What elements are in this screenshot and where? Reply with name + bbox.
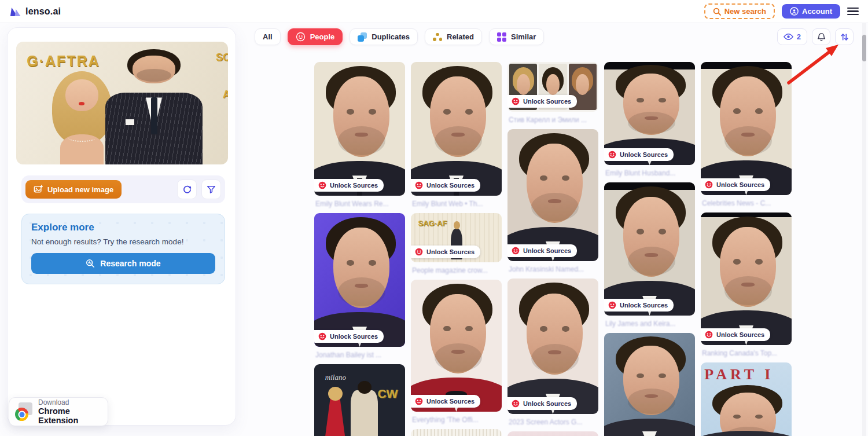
unlock-face-icon <box>318 181 326 189</box>
unlock-sources-badge[interactable]: Unlock Sources <box>411 246 480 258</box>
unlock-face-icon <box>415 248 423 256</box>
people-icon <box>296 32 306 42</box>
photo-side-text: SC <box>216 52 228 64</box>
tab-people[interactable]: People <box>288 28 343 45</box>
scrollbar-thumb[interactable] <box>862 35 866 61</box>
unlock-sources-badge[interactable]: Unlock Sources <box>604 148 674 161</box>
unlock-sources-label: Unlock Sources <box>716 331 764 338</box>
unlock-sources-badge[interactable]: Unlock Sources <box>701 178 770 191</box>
element <box>637 98 644 102</box>
top-bar: lenso.ai New search Account <box>0 0 868 23</box>
element <box>338 126 385 155</box>
result-image[interactable]: Unlock Sources <box>701 62 792 195</box>
tab-duplicates[interactable]: Duplicates <box>350 28 418 45</box>
element <box>623 74 679 135</box>
element <box>527 144 583 223</box>
result-image[interactable]: SAG·AFUnlock Sources <box>411 213 502 262</box>
element <box>576 74 589 96</box>
unlock-sources-label: Unlock Sources <box>426 398 475 405</box>
result-caption: Emily Blunt Husband... <box>605 169 695 177</box>
element <box>755 415 763 419</box>
result-column: Unlock SourcesСтив Карелл и Эмили ...Unl… <box>507 62 598 436</box>
results-grid: Unlock SourcesEmily Blunt Wears Re...Unl… <box>314 62 792 436</box>
unlock-sources-badge[interactable]: Unlock Sources <box>314 330 384 343</box>
unlock-sources-badge[interactable]: Unlock Sources <box>507 95 577 108</box>
unlock-face-icon <box>705 181 713 189</box>
element <box>323 397 347 436</box>
result-image[interactable] <box>604 333 695 436</box>
unlock-face-icon <box>608 151 616 159</box>
result-image[interactable]: CWmilano <box>314 364 405 436</box>
unlock-sources-label: Unlock Sources <box>523 98 571 105</box>
unlock-sources-badge[interactable]: Unlock Sources <box>411 179 480 192</box>
result-image[interactable]: Unlock Sources <box>507 129 598 261</box>
element <box>562 175 569 181</box>
views-count: 2 <box>797 32 801 41</box>
tab-people-label: People <box>310 32 335 41</box>
refresh-button[interactable] <box>177 179 197 199</box>
result-caption: Jonathan Bailey ist ... <box>315 351 405 359</box>
unlock-sources-badge[interactable]: Unlock Sources <box>507 397 577 410</box>
result-image[interactable]: Unlock Sources <box>507 279 598 414</box>
unlock-sources-badge[interactable]: Unlock Sources <box>411 395 480 408</box>
image-text: PART I <box>704 366 774 383</box>
result-caption: Ranking Canada's Top... <box>702 349 792 357</box>
chrome-extension-card[interactable]: Download Chrome Extension <box>9 397 108 426</box>
brand-logo[interactable]: lenso.ai <box>9 6 61 17</box>
result-image[interactable]: PART I <box>701 362 792 436</box>
views-counter[interactable]: 2 <box>777 28 807 45</box>
element <box>637 373 644 378</box>
refresh-icon <box>182 185 192 195</box>
result-image[interactable]: Unlock Sources <box>507 62 598 112</box>
upload-new-image-button[interactable]: Upload new image <box>25 180 122 199</box>
tab-related[interactable]: Related <box>425 28 482 45</box>
account-button[interactable]: Account <box>782 4 840 19</box>
result-image[interactable]: Unlock Sources <box>411 62 502 196</box>
unlock-sources-badge[interactable]: Unlock Sources <box>314 179 384 192</box>
related-icon <box>433 33 442 41</box>
element <box>540 175 547 181</box>
new-search-button[interactable]: New search <box>704 3 775 19</box>
result-column: Unlock SourcesEmily Blunt Wears Re...Unl… <box>314 62 405 436</box>
unlock-sources-label: Unlock Sources <box>620 151 668 158</box>
image-text: SAG·AF <box>418 219 447 228</box>
unlock-face-icon <box>512 97 520 105</box>
brand-name: lenso.ai <box>25 6 61 17</box>
element <box>338 277 385 306</box>
unlock-sources-badge[interactable]: Unlock Sources <box>507 244 577 257</box>
element <box>435 343 482 372</box>
tab-similar[interactable]: Similar <box>489 28 544 45</box>
account-label: Account <box>802 7 832 16</box>
result-image[interactable] <box>507 431 598 436</box>
unlock-sources-label: Unlock Sources <box>523 247 571 254</box>
result-image[interactable]: Unlock Sources <box>314 62 405 196</box>
uploaded-image-preview: G·AFTRA SC A <box>16 42 228 164</box>
tab-similar-label: Similar <box>511 32 536 41</box>
sort-button[interactable] <box>835 28 854 45</box>
research-mode-button[interactable]: Research mode <box>31 253 215 274</box>
unlock-face-icon <box>705 331 713 339</box>
element <box>546 74 560 96</box>
scrollbar[interactable] <box>862 23 866 436</box>
element <box>733 415 741 419</box>
element <box>628 247 675 276</box>
alerts-button[interactable] <box>812 28 830 45</box>
result-image[interactable]: Unlock Sources <box>604 62 695 165</box>
result-image[interactable] <box>411 429 502 436</box>
unlock-sources-badge[interactable]: Unlock Sources <box>701 328 770 341</box>
photo-venue-text: G·AFTRA <box>27 53 100 69</box>
result-image[interactable]: Unlock Sources <box>604 182 695 316</box>
result-image[interactable]: Unlock Sources <box>411 280 502 412</box>
result-image[interactable]: Unlock Sources <box>701 212 792 345</box>
menu-icon[interactable] <box>847 8 859 16</box>
filter-button[interactable] <box>201 179 221 199</box>
unlock-sources-label: Unlock Sources <box>716 181 764 188</box>
element <box>755 108 763 114</box>
result-image[interactable]: Unlock Sources <box>314 213 405 347</box>
similar-icon <box>497 32 506 42</box>
filter-icon <box>207 185 216 194</box>
element <box>637 229 644 235</box>
upload-panel: Upload new image <box>21 175 225 203</box>
unlock-sources-badge[interactable]: Unlock Sources <box>604 299 674 312</box>
tab-all[interactable]: All <box>255 28 281 45</box>
